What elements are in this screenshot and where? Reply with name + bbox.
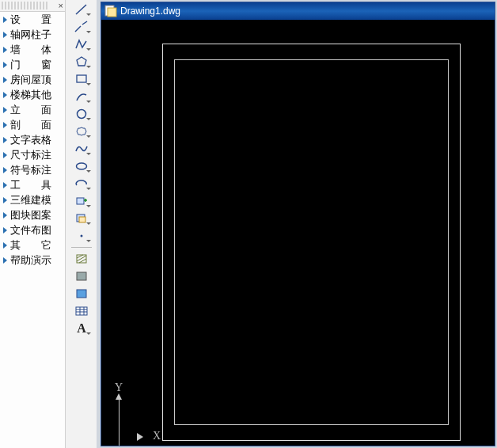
sidebar-item-label: 符号标注	[10, 163, 51, 177]
ucs-x-arrow-icon	[137, 433, 143, 441]
svg-rect-9	[79, 217, 85, 222]
sidebar-item-label: 尺寸标注	[10, 148, 51, 162]
mdi-area: Drawing1.dwg Y X	[97, 0, 497, 448]
sidebar-item-label: 房间屋顶	[10, 73, 51, 87]
svg-point-10	[81, 235, 83, 237]
sidebar-item-label: 图块图案	[10, 208, 51, 222]
sidebar-item-other[interactable]: 其 它	[0, 237, 65, 252]
svg-rect-24	[108, 8, 116, 17]
expand-icon	[3, 242, 7, 249]
sidebar-item-file-layout[interactable]: 文件布图	[0, 222, 65, 237]
svg-line-13	[77, 256, 86, 261]
polygon-tool[interactable]	[70, 54, 93, 70]
drawing-canvas[interactable]: Y X	[101, 20, 495, 446]
rectangle-tool[interactable]	[70, 71, 93, 87]
circle-tool[interactable]	[70, 106, 93, 122]
drawing-frame-inner	[174, 59, 449, 425]
svg-point-5	[78, 110, 86, 119]
table-tool[interactable]	[70, 303, 93, 319]
svg-line-1	[75, 26, 81, 32]
make-block-tool[interactable]	[70, 211, 93, 226]
sidebar-item-label: 设 置	[10, 13, 51, 27]
sidebar-item-section[interactable]: 剖 面	[0, 117, 65, 132]
ucs-x-label: X	[153, 430, 161, 442]
sidebar-item-tools[interactable]: 工 具	[0, 177, 65, 192]
region-tool[interactable]	[70, 286, 93, 302]
gradient-tool[interactable]	[70, 268, 93, 284]
expand-icon	[3, 227, 7, 233]
hatch-tool[interactable]	[70, 251, 93, 267]
point-tool[interactable]	[70, 228, 93, 244]
svg-rect-4	[77, 75, 86, 82]
sidebar-item-label: 文件布图	[10, 223, 51, 237]
document-window: Drawing1.dwg Y X	[101, 2, 495, 446]
sidebar-item-label: 墙 体	[10, 43, 51, 57]
panel-header: ×	[0, 0, 65, 12]
sidebar-item-label: 立 面	[10, 103, 51, 117]
sidebar-item-symbol[interactable]: 符号标注	[0, 162, 65, 177]
expand-icon	[3, 122, 7, 128]
sidebar-item-dimension[interactable]: 尺寸标注	[0, 147, 65, 162]
sidebar-item-label: 剖 面	[10, 118, 51, 132]
arc-tool[interactable]	[70, 89, 93, 104]
ellipse-arc-tool[interactable]	[70, 176, 93, 192]
sidebar-item-label: 门 窗	[10, 58, 51, 72]
sidebar-item-settings[interactable]: 设 置	[0, 12, 65, 27]
sidebar-item-label: 三维建模	[10, 193, 51, 207]
sidebar-item-3d-modeling[interactable]: 三维建模	[0, 192, 65, 207]
expand-icon	[3, 257, 7, 264]
sidebar-item-label: 轴网柱子	[10, 28, 51, 42]
expand-icon	[3, 32, 7, 38]
sidebar-item-label: 其 它	[10, 238, 51, 252]
expand-icon	[3, 62, 7, 68]
sidebar-item-elevation[interactable]: 立 面	[0, 102, 65, 117]
svg-line-2	[82, 21, 87, 25]
expand-icon	[3, 92, 7, 98]
expand-icon	[3, 137, 7, 143]
window-titlebar[interactable]: Drawing1.dwg	[101, 2, 495, 20]
grip-icon	[2, 2, 49, 9]
expand-icon	[3, 182, 7, 188]
line-tool[interactable]	[70, 2, 93, 17]
polyline-tool[interactable]	[70, 36, 93, 52]
sidebar-item-grid-column[interactable]: 轴网柱子	[0, 27, 65, 42]
sidebar-item-block-pattern[interactable]: 图块图案	[0, 207, 65, 222]
ellipse-tool[interactable]	[70, 158, 93, 174]
dwg-file-icon	[104, 5, 117, 17]
sidebar-item-door-window[interactable]: 门 窗	[0, 57, 65, 72]
sidebar-item-text-table[interactable]: 文字表格	[0, 132, 65, 147]
sidebar-item-help-demo[interactable]: 帮助演示	[0, 252, 65, 268]
svg-rect-15	[77, 272, 86, 280]
separator	[71, 247, 92, 248]
expand-icon	[3, 17, 7, 23]
text-tool[interactable]: A	[70, 321, 93, 336]
sidebar-item-label: 帮助演示	[10, 253, 51, 268]
ucs-y-label: Y	[115, 382, 123, 394]
expand-icon	[3, 107, 7, 113]
sidebar-item-label: 文字表格	[10, 133, 51, 147]
spline-tool[interactable]	[70, 141, 93, 157]
category-panel: × 设 置 轴网柱子 墙 体 门 窗 房间屋顶 楼梯其他 立 面 剖 面 文字表…	[0, 0, 66, 448]
sidebar-item-stair-other[interactable]: 楼梯其他	[0, 87, 65, 102]
close-icon[interactable]: ×	[59, 0, 63, 11]
text-icon: A	[77, 321, 86, 336]
window-title: Drawing1.dwg	[120, 6, 180, 17]
expand-icon	[3, 212, 7, 218]
draw-toolbar: A	[65, 0, 98, 448]
sidebar-item-room-roof[interactable]: 房间屋顶	[0, 72, 65, 87]
revision-cloud-tool[interactable]	[70, 123, 93, 139]
expand-icon	[3, 47, 7, 53]
ucs-y-axis	[119, 398, 120, 446]
svg-line-12	[77, 255, 83, 258]
construction-line-tool[interactable]	[70, 19, 93, 35]
expand-icon	[3, 77, 7, 83]
sidebar-item-label: 工 具	[10, 178, 51, 192]
svg-rect-18	[76, 307, 87, 315]
expand-icon	[3, 167, 7, 173]
sidebar-item-wall[interactable]: 墙 体	[0, 42, 65, 57]
expand-icon	[3, 197, 7, 203]
insert-block-tool[interactable]	[70, 193, 93, 209]
svg-marker-3	[77, 57, 86, 66]
svg-rect-7	[77, 198, 84, 204]
svg-line-0	[76, 5, 86, 14]
